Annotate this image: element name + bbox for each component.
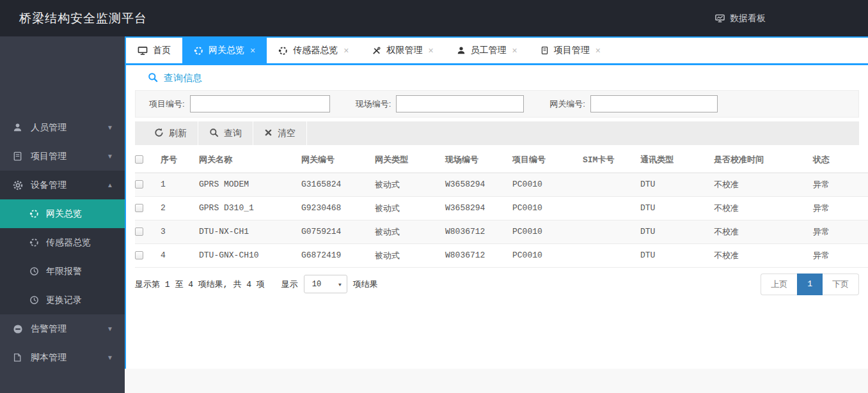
cell-sim	[583, 243, 640, 267]
tab-employee[interactable]: 员工管理 ×	[445, 38, 529, 63]
cell-status: 异常	[813, 196, 868, 220]
search-icon	[209, 128, 219, 139]
col-comm-type: 通讯类型	[640, 147, 714, 173]
tab-label: 传感器总览	[293, 45, 338, 56]
search-button[interactable]: 查询	[198, 121, 253, 145]
sidebar-item-personnel[interactable]: 人员管理 ▼	[0, 113, 125, 142]
close-icon[interactable]: ×	[428, 45, 433, 56]
table-row: 3 DTU-NX-CH1 G0759214 被动式 W8036712 PC001…	[135, 220, 868, 243]
field-project-no: 项目编号:	[149, 95, 330, 112]
sidebar-item-label: 项目管理	[31, 151, 67, 162]
sidebar-item-label: 设备管理	[31, 180, 67, 191]
query-section-title: 查询信息	[164, 72, 202, 84]
field-gateway-no: 网关编号:	[549, 95, 718, 112]
sidebar-item-device[interactable]: 设备管理 ▲	[0, 171, 125, 199]
page-size-unit-label: 项结果	[353, 279, 378, 290]
chevron-down-icon: ▼	[107, 124, 113, 131]
cell-gateway-no: G3165824	[301, 173, 375, 196]
cell-comm-type: DTU	[640, 220, 714, 243]
cell-gateway-type: 被动式	[375, 243, 445, 267]
cell-project-no: PC0010	[512, 243, 583, 267]
sidebar-item-label: 脚本管理	[31, 352, 67, 364]
close-icon[interactable]: ×	[512, 45, 517, 56]
tab-sensor-overview[interactable]: 传感器总览 ×	[267, 38, 360, 63]
close-icon[interactable]: ×	[343, 45, 349, 56]
page-size-select-wrap: 10 ▼	[304, 275, 347, 293]
chevron-down-icon: ▼	[107, 153, 113, 160]
cell-sim	[583, 196, 640, 220]
col-calibrated: 是否校准时间	[714, 147, 813, 173]
close-icon[interactable]: ×	[596, 45, 601, 56]
table-row: 2 GPRS D310_1 G9230468 被动式 W3658294 PC00…	[135, 196, 868, 220]
dashboard-link[interactable]: 数据看板	[715, 13, 766, 24]
tools-icon	[372, 46, 381, 56]
cell-sim	[583, 173, 640, 196]
sidebar-item-replace-record[interactable]: 更换记录	[0, 286, 125, 314]
select-all-checkbox[interactable]	[135, 155, 143, 164]
cell-gateway-name: DTU-NX-CH1	[199, 220, 301, 243]
project-no-input[interactable]	[190, 95, 330, 112]
pager: 上页 1 下页	[761, 274, 859, 295]
chevron-down-icon: ▼	[107, 354, 113, 361]
user-icon	[457, 46, 466, 55]
cell-comm-type: DTU	[640, 243, 714, 267]
page-size-control: 显示 10 ▼ 项结果	[281, 275, 378, 293]
cell-status: 异常	[813, 220, 868, 243]
sidebar-item-lifetime-alarm[interactable]: 年限报警	[0, 257, 125, 286]
cell-calibrated: 不校准	[714, 220, 813, 243]
sidebar-item-sensor-overview[interactable]: 传感器总览	[0, 228, 125, 257]
tab-label: 员工管理	[471, 45, 507, 56]
table-header-row: 序号 网关名称 网关编号 网关类型 现场编号 项目编号 SIM卡号 通讯类型 是…	[135, 147, 868, 173]
sidebar-item-label: 网关总览	[46, 208, 82, 220]
table-row: 4 DTU-GNX-CH10 G6872419 被动式 W8036712 PC0…	[135, 243, 868, 267]
page-number-button[interactable]: 1	[797, 274, 823, 295]
cell-comm-type: DTU	[640, 173, 714, 196]
table-toolbar: 刷新 查询 清空	[135, 121, 859, 145]
minus-circle-icon	[13, 323, 24, 334]
col-site-no: 现场编号	[445, 147, 512, 173]
row-checkbox[interactable]	[135, 227, 143, 236]
cell-project-no: PC0010	[512, 173, 583, 196]
cell-project-no: PC0010	[512, 196, 583, 220]
gateway-table: 序号 网关名称 网关编号 网关类型 现场编号 项目编号 SIM卡号 通讯类型 是…	[135, 147, 868, 268]
dashboard-link-label: 数据看板	[730, 13, 766, 24]
gateway-no-input[interactable]	[590, 95, 718, 112]
tab-permission[interactable]: 权限管理 ×	[360, 38, 445, 63]
clear-button-label: 清空	[278, 128, 296, 139]
pagination-bar: 显示第 1 至 4 项结果, 共 4 项 显示 10 ▼ 项结果 上页	[135, 274, 859, 295]
site-no-input[interactable]	[396, 95, 524, 112]
app-root: 桥梁结构安全监测平台 数据看板 人员管理 ▼ 项目管理 ▼	[0, 0, 868, 393]
row-checkbox[interactable]	[135, 204, 143, 212]
chevron-up-icon: ▲	[107, 181, 113, 189]
tab-label: 权限管理	[386, 45, 422, 56]
sidebar-item-alarm[interactable]: 告警管理 ▼	[0, 314, 125, 343]
sensor-icon	[29, 238, 40, 248]
cell-seq: 2	[161, 196, 199, 220]
tab-gateway-overview[interactable]: 网关总览 ×	[182, 38, 267, 63]
page-size-select[interactable]: 10	[304, 275, 347, 293]
device-submenu: 网关总览 传感器总览 年限报警	[0, 199, 125, 314]
col-status: 状态	[813, 147, 868, 173]
sidebar-item-project[interactable]: 项目管理 ▼	[0, 142, 125, 171]
sidebar-item-script[interactable]: 脚本管理 ▼	[0, 343, 125, 372]
prev-page-button[interactable]: 上页	[761, 274, 797, 295]
refresh-button[interactable]: 刷新	[143, 121, 198, 145]
row-checkbox[interactable]	[135, 251, 143, 259]
journal-icon	[13, 151, 24, 162]
main-area: 首页 网关总览 × 传感器总览 ×	[125, 36, 868, 393]
monitor-icon	[138, 46, 148, 56]
filter-bar: 项目编号: 现场编号: 网关编号:	[135, 90, 859, 118]
row-checkbox[interactable]	[135, 180, 143, 189]
close-icon[interactable]: ×	[250, 45, 255, 56]
next-page-button[interactable]: 下页	[823, 274, 859, 295]
sidebar-item-gateway-overview[interactable]: 网关总览	[0, 199, 125, 228]
clear-button[interactable]: 清空	[253, 121, 307, 145]
refresh-icon	[154, 128, 164, 139]
site-no-label: 现场编号:	[356, 98, 391, 110]
tab-project[interactable]: 项目管理 ×	[529, 38, 612, 63]
gateway-no-label: 网关编号:	[549, 98, 585, 110]
cell-calibrated: 不校准	[714, 196, 813, 220]
sidebar-item-label: 人员管理	[31, 122, 67, 134]
sidebar: 人员管理 ▼ 项目管理 ▼ 设备管理 ▲	[0, 36, 125, 393]
tab-home[interactable]: 首页	[126, 38, 182, 63]
